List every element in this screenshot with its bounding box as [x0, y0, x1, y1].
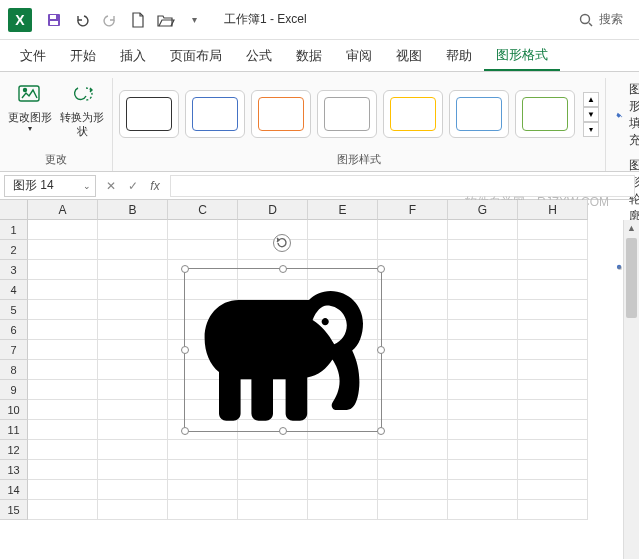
cell[interactable]	[238, 460, 308, 480]
cell[interactable]	[98, 240, 168, 260]
column-header-G[interactable]: G	[448, 200, 518, 220]
cell[interactable]	[238, 480, 308, 500]
cell[interactable]	[378, 400, 448, 420]
cell[interactable]	[448, 360, 518, 380]
resize-handle-n[interactable]	[279, 265, 287, 273]
cell[interactable]	[238, 500, 308, 520]
cell[interactable]	[518, 500, 588, 520]
graphic-fill-button[interactable]: 图形填充▾	[612, 78, 639, 152]
tab-shape-format[interactable]: 图形格式	[484, 40, 560, 71]
resize-handle-sw[interactable]	[181, 427, 189, 435]
cell[interactable]	[518, 480, 588, 500]
tab-review[interactable]: 审阅	[334, 40, 384, 71]
row-header-13[interactable]: 13	[0, 460, 28, 480]
cell[interactable]	[28, 440, 98, 460]
tab-formulas[interactable]: 公式	[234, 40, 284, 71]
cell[interactable]	[28, 400, 98, 420]
cell[interactable]	[98, 260, 168, 280]
cell[interactable]	[98, 480, 168, 500]
gallery-more-button[interactable]: ▾	[583, 122, 599, 137]
graphic-style-6[interactable]	[449, 90, 509, 138]
cell[interactable]	[448, 280, 518, 300]
column-header-F[interactable]: F	[378, 200, 448, 220]
column-header-A[interactable]: A	[28, 200, 98, 220]
graphic-style-5[interactable]	[383, 90, 443, 138]
cell[interactable]	[378, 500, 448, 520]
cell[interactable]	[378, 420, 448, 440]
resize-handle-e[interactable]	[377, 346, 385, 354]
cell[interactable]	[98, 320, 168, 340]
formula-bar[interactable]	[170, 175, 635, 197]
cell[interactable]	[98, 340, 168, 360]
cell[interactable]	[448, 480, 518, 500]
row-header-1[interactable]: 1	[0, 220, 28, 240]
cell[interactable]	[308, 460, 378, 480]
cell[interactable]	[28, 380, 98, 400]
cell[interactable]	[28, 500, 98, 520]
cancel-formula-button[interactable]: ✕	[100, 175, 122, 197]
tab-file[interactable]: 文件	[8, 40, 58, 71]
column-header-H[interactable]: H	[518, 200, 588, 220]
cell[interactable]	[378, 340, 448, 360]
cell[interactable]	[28, 340, 98, 360]
row-header-12[interactable]: 12	[0, 440, 28, 460]
cell[interactable]	[28, 420, 98, 440]
row-header-8[interactable]: 8	[0, 360, 28, 380]
cell[interactable]	[448, 320, 518, 340]
cell[interactable]	[28, 480, 98, 500]
cell[interactable]	[168, 480, 238, 500]
tab-insert[interactable]: 插入	[108, 40, 158, 71]
cell[interactable]	[98, 440, 168, 460]
cell[interactable]	[98, 280, 168, 300]
redo-button[interactable]	[96, 6, 124, 34]
row-header-15[interactable]: 15	[0, 500, 28, 520]
column-header-B[interactable]: B	[98, 200, 168, 220]
resize-handle-s[interactable]	[279, 427, 287, 435]
cell[interactable]	[518, 320, 588, 340]
cell[interactable]	[308, 440, 378, 460]
cell[interactable]	[448, 400, 518, 420]
cell[interactable]	[448, 260, 518, 280]
search-box[interactable]: 搜索	[571, 6, 631, 34]
resize-handle-ne[interactable]	[377, 265, 385, 273]
elephant-icon[interactable]	[192, 278, 372, 423]
cell[interactable]	[98, 380, 168, 400]
cell[interactable]	[168, 240, 238, 260]
graphic-styles-gallery[interactable]	[119, 90, 575, 138]
cell[interactable]	[28, 360, 98, 380]
graphic-style-3[interactable]	[251, 90, 311, 138]
cell[interactable]	[378, 460, 448, 480]
cell[interactable]	[448, 440, 518, 460]
cell[interactable]	[518, 440, 588, 460]
graphic-style-4[interactable]	[317, 90, 377, 138]
cell[interactable]	[168, 220, 238, 240]
cell[interactable]	[518, 240, 588, 260]
cell[interactable]	[518, 260, 588, 280]
row-header-14[interactable]: 14	[0, 480, 28, 500]
cell[interactable]	[448, 420, 518, 440]
cell[interactable]	[518, 380, 588, 400]
cell[interactable]	[168, 500, 238, 520]
resize-handle-nw[interactable]	[181, 265, 189, 273]
cell[interactable]	[168, 440, 238, 460]
cell[interactable]	[238, 220, 308, 240]
cell[interactable]	[378, 280, 448, 300]
cell[interactable]	[518, 280, 588, 300]
cell[interactable]	[518, 300, 588, 320]
cell[interactable]	[448, 240, 518, 260]
cell[interactable]	[518, 360, 588, 380]
tab-home[interactable]: 开始	[58, 40, 108, 71]
vertical-scrollbar[interactable]: ▲	[623, 220, 639, 559]
cell[interactable]	[378, 220, 448, 240]
select-all-corner[interactable]	[0, 200, 28, 220]
cell[interactable]	[98, 400, 168, 420]
cell[interactable]	[448, 500, 518, 520]
name-box[interactable]: 图形 14 ⌄	[4, 175, 96, 197]
cell[interactable]	[308, 220, 378, 240]
cell[interactable]	[98, 360, 168, 380]
row-header-5[interactable]: 5	[0, 300, 28, 320]
cell[interactable]	[518, 420, 588, 440]
cell[interactable]	[28, 300, 98, 320]
scrollbar-thumb[interactable]	[626, 238, 637, 318]
row-header-10[interactable]: 10	[0, 400, 28, 420]
